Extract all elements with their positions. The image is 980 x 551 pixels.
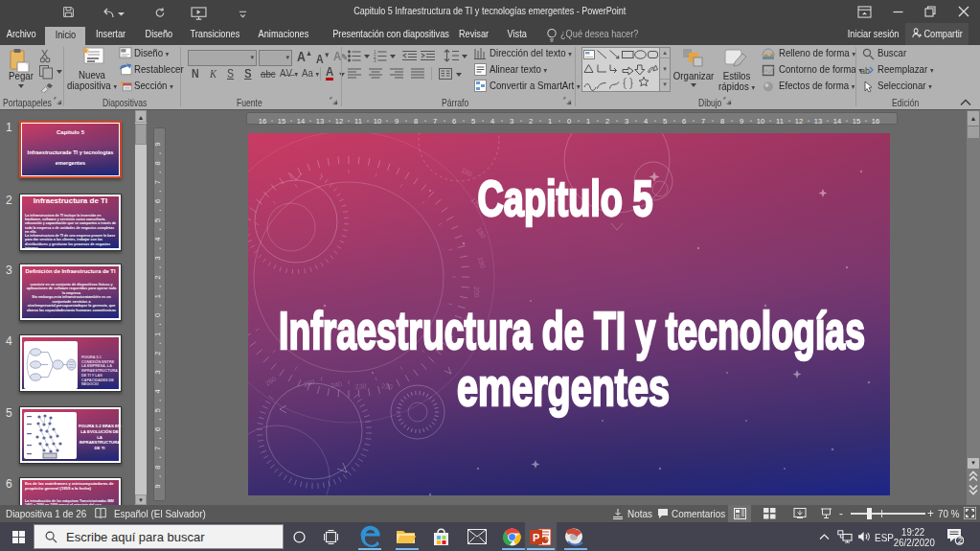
svg-text:8: 8: [414, 117, 418, 126]
svg-text:7: 7: [154, 180, 162, 184]
svg-text:P: P: [533, 532, 539, 543]
svg-text:Infraestructura de TI y tecnol: Infraestructura de TI y tecnologías: [279, 301, 865, 360]
svg-text:ab: ab: [860, 66, 870, 76]
svg-text:3: 3: [154, 256, 162, 260]
svg-text:5: 5: [471, 117, 475, 126]
svg-text:6: 6: [154, 199, 162, 203]
svg-text:0: 0: [154, 313, 162, 317]
svg-text:13: 13: [814, 117, 822, 126]
svg-text:4: 4: [490, 117, 494, 126]
svg-text:8: 8: [154, 161, 162, 165]
svg-text:9: 9: [395, 117, 399, 126]
svg-text:7: 7: [154, 447, 162, 450]
svg-text:2: 2: [154, 275, 162, 279]
svg-text:6: 6: [154, 427, 162, 431]
svg-text:2: 2: [605, 117, 609, 126]
svg-text:14: 14: [833, 117, 841, 126]
svg-text:10: 10: [374, 117, 381, 126]
svg-text:5: 5: [154, 218, 162, 222]
svg-text:4: 4: [154, 238, 162, 241]
svg-text:7: 7: [701, 117, 705, 126]
svg-text:14: 14: [297, 117, 305, 126]
svg-text:2: 2: [958, 536, 963, 545]
svg-text:12: 12: [335, 117, 343, 126]
svg-text:15: 15: [278, 117, 285, 126]
svg-text:6: 6: [682, 117, 686, 126]
svg-text:8: 8: [154, 466, 162, 470]
svg-text:3: 3: [374, 58, 376, 62]
svg-text:3: 3: [510, 117, 513, 126]
svg-text:5: 5: [154, 408, 162, 412]
svg-text:0: 0: [567, 117, 571, 126]
svg-text:emergentes: emergentes: [457, 357, 670, 417]
svg-text:13: 13: [316, 117, 324, 126]
svg-text:4: 4: [644, 117, 648, 126]
svg-text:15: 15: [853, 117, 860, 126]
svg-text:2: 2: [529, 117, 533, 126]
svg-text:12: 12: [795, 117, 803, 126]
svg-text:16: 16: [259, 117, 266, 126]
svg-text:8: 8: [720, 117, 724, 126]
svg-text:6: 6: [452, 117, 456, 126]
svg-text:3: 3: [154, 370, 162, 374]
svg-text:3: 3: [625, 117, 628, 126]
svg-text:1: 1: [154, 294, 162, 298]
svg-text:10: 10: [757, 117, 764, 126]
svg-text:9: 9: [154, 484, 162, 488]
svg-text:11: 11: [354, 117, 362, 126]
svg-text:9: 9: [154, 142, 162, 146]
svg-text:11: 11: [776, 117, 784, 126]
svg-text:1: 1: [154, 333, 162, 336]
svg-text:4: 4: [154, 389, 162, 393]
svg-text:1: 1: [548, 117, 552, 126]
svg-text:1: 1: [586, 117, 590, 126]
svg-text:7: 7: [433, 117, 437, 126]
svg-text:16: 16: [872, 117, 879, 126]
svg-text:Capitulo 5: Capitulo 5: [478, 171, 653, 226]
svg-text:2: 2: [154, 352, 162, 356]
svg-text:5: 5: [663, 117, 667, 126]
svg-text:9: 9: [740, 117, 743, 126]
